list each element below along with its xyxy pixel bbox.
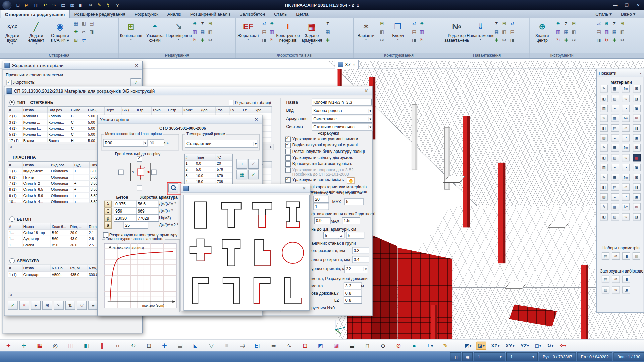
prop-rebar-field[interactable]: 669 [136,208,159,215]
table-row[interactable]: 310.0679 [185,173,232,179]
wave-icon[interactable]: ∿ [284,341,294,350]
panel-icon[interactable]: ⊕ [622,213,630,221]
tab-1[interactable]: Створення та редагування [0,10,70,18]
panel-icon[interactable]: ▦ [611,203,619,210]
red-column[interactable] [498,163,505,263]
section-shape-tee-red[interactable] [247,197,277,234]
panel-icon[interactable]: ▦ [611,174,619,181]
checkbox[interactable] [285,177,291,183]
panel-icon[interactable]: ▣ [633,105,640,112]
small-tool-icon[interactable]: ▦ [562,28,570,36]
view-xz-button[interactable]: XZ ▾ [490,342,500,349]
checkbox[interactable] [285,168,291,173]
panel-icon[interactable]: ▤ [611,95,619,102]
add-node-icon[interactable]: ✚ [159,341,170,350]
small-tool-icon[interactable]: Σ [493,20,500,27]
fire-time-field[interactable]: 90 [148,139,164,146]
fragment-icon[interactable]: ⊡ [300,341,310,350]
calc-option[interactable]: Ураховувати конструктивні вимоги [285,137,371,142]
panel-icon[interactable]: ⊞ [633,85,640,92]
panel-icon[interactable]: № [622,85,630,92]
face-right-checkbox[interactable] [151,170,157,175]
type-radio[interactable] [9,100,15,105]
small-tool-icon[interactable]: ▥ [191,28,198,36]
panel-icon[interactable]: ▥ [600,193,608,201]
small-tool-icon[interactable]: ↻ [418,36,426,44]
small-tool-icon[interactable]: ◧ [207,28,214,36]
tab-2[interactable]: Розширене редагування [70,10,130,18]
panel-icon[interactable]: ▤ [611,154,619,161]
tab-6[interactable]: Залізобетон [235,10,269,18]
small-tool-icon[interactable]: ▤ [410,28,418,36]
viewport-tab-37[interactable]: 37 × [335,60,359,69]
minimize-button[interactable]: — [609,0,621,9]
column-header[interactable]: # [8,107,22,113]
panel-icon[interactable]: № [622,144,630,152]
column-header[interactable]: Lz [242,107,254,113]
panel-icon[interactable]: ✎ [600,144,608,152]
column-header[interactable]: Назва [22,223,51,229]
panel-icon[interactable]: ▤ [611,124,619,132]
small-tool-icon[interactable]: ⊞ [570,20,578,27]
section-shape-step-red[interactable] [247,234,277,271]
column-header[interactable]: # [8,162,22,168]
redo-icon[interactable]: ↷ [50,1,58,9]
flows-icon[interactable]: ⇉ [237,341,248,350]
drop-icon[interactable]: ● [409,341,420,350]
panel-icon[interactable]: ◔ [622,164,630,171]
ribbon-button[interactable]: IКонструктор перерізів▾ [276,19,300,52]
shear-wall[interactable] [397,244,452,339]
panel-icon[interactable]: ◨ [633,124,640,132]
help-icon[interactable]: ? [113,1,121,9]
ribbon-button[interactable]: ◉Створити в САПФІР [48,19,71,52]
small-tool-icon[interactable]: ✂ [501,36,508,44]
checkbox[interactable] [285,149,291,154]
column-header[interactable]: # [8,265,22,271]
column-header[interactable]: Вид роз... [48,107,70,113]
rebar-radio[interactable] [9,258,15,263]
column-header[interactable]: Дов... [200,107,216,113]
checkbox[interactable] [285,155,291,161]
panel-icon[interactable]: ◨ [622,276,630,283]
ribbon-button[interactable]: ⇓Навантаження▾ [469,19,492,52]
small-tool-icon[interactable]: ✂ [378,36,386,44]
calc-option[interactable]: Враховувати багатоконтурність [285,161,371,167]
bolt-icon[interactable]: ↯ [104,1,112,9]
apply-button[interactable]: ✓ [8,301,17,310]
small-tool-icon[interactable]: ↻ [554,36,562,44]
shear-wall[interactable] [371,235,397,339]
percent-field[interactable]: 20 [313,196,329,203]
stiffness-ef-icon[interactable]: EF [253,341,263,350]
small-tool-icon[interactable]: Σ [611,20,618,27]
ribbon-button[interactable]: EFЖорсткості▾ [236,19,260,52]
column-header[interactable]: ІІ гр... [136,107,152,113]
section-shape-angle4-red[interactable] [278,272,308,309]
shapes-dialog-titlebar[interactable]: ✕ [181,184,310,193]
red-column[interactable] [431,305,437,339]
ribbon-button[interactable]: ↘Переміщення▾ [167,19,190,52]
column-header[interactable]: # [185,154,195,160]
column-header[interactable]: Time [195,154,216,160]
checkbox[interactable] [285,137,291,142]
small-tool-icon[interactable]: ▥ [418,28,426,36]
calc-option[interactable]: Ураховувати спільну дію зусиль [285,155,371,161]
add-button[interactable]: + [31,301,41,310]
polygon-select-icon[interactable]: ✦ [3,341,14,350]
red-mesh-icon[interactable]: ▦ [35,341,45,350]
small-tool-icon[interactable]: ↻ [268,36,276,44]
red-column[interactable] [581,265,588,339]
table-row[interactable]: 25.0576 [185,167,232,173]
panel-icon[interactable]: ⊕ [612,276,620,283]
monitor-icon[interactable]: ◫ [450,352,461,361]
panel-icon[interactable]: ▦ [633,154,640,161]
ly-field[interactable]: 0.8 [344,290,362,297]
column-header[interactable]: Клас б... [51,223,69,229]
small-tool-icon[interactable]: ◨ [508,36,516,44]
section-shape-angle3-red[interactable] [247,272,277,309]
column-header[interactable]: °C [216,154,233,160]
close-icon[interactable]: ✕ [133,63,140,68]
table-edit-button[interactable]: ▦ [236,170,247,179]
panel-icon[interactable]: ◧ [600,124,608,132]
panel-icon[interactable]: ⊞ [633,203,640,210]
ribbon-button[interactable]: ◓Упаковка схеми [143,19,166,52]
